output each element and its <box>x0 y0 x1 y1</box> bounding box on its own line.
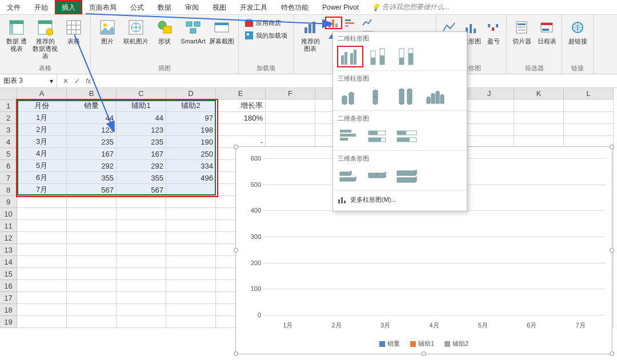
bar-chart-button[interactable] <box>343 17 359 29</box>
ribbon-tab-开发工具[interactable]: 开发工具 <box>233 0 274 14</box>
3d-stacked100-bar-option[interactable] <box>395 166 420 187</box>
cell[interactable]: 198 <box>166 124 216 136</box>
ribbon-tab-审阅[interactable]: 审阅 <box>178 0 206 14</box>
cell[interactable] <box>166 220 216 232</box>
cell[interactable] <box>67 304 117 316</box>
row-header[interactable]: 16 <box>0 280 17 292</box>
cell[interactable]: 167 <box>117 148 166 160</box>
ribbon-tab-开始[interactable]: 开始 <box>27 0 55 14</box>
cell[interactable]: 辅助1 <box>117 100 166 112</box>
recommended-charts-button[interactable]: 推荐的 图表 <box>297 17 323 53</box>
ribbon-tab-Power Pivot[interactable]: Power Pivot <box>315 0 366 14</box>
cell[interactable]: 月份 <box>17 100 67 112</box>
cell[interactable] <box>17 196 67 208</box>
stacked-bar-option[interactable] <box>366 126 391 147</box>
3d-column-option[interactable] <box>423 86 448 107</box>
ribbon-tab-特色功能[interactable]: 特色功能 <box>274 0 315 14</box>
cell[interactable] <box>67 196 117 208</box>
cell[interactable]: 355 <box>117 172 166 184</box>
cell[interactable]: 123 <box>117 124 166 136</box>
cell[interactable] <box>216 124 266 136</box>
cell[interactable] <box>67 220 117 232</box>
cell[interactable] <box>67 232 117 244</box>
cell[interactable] <box>67 268 117 280</box>
cell[interactable]: 2月 <box>17 124 67 136</box>
recommended-pivot-button[interactable]: 推荐的 数据透视表 <box>32 17 58 60</box>
stacked100-bar-option[interactable] <box>395 126 420 147</box>
accept-icon[interactable]: ✓ <box>74 77 80 85</box>
smartart-button[interactable]: SmartArt <box>180 17 206 45</box>
online-picture-button[interactable]: 联机图片 <box>123 17 149 45</box>
cell[interactable] <box>166 232 216 244</box>
row-header[interactable]: 2 <box>0 112 17 124</box>
name-box[interactable]: 图表 3▾ <box>0 74 57 87</box>
sparkline-winloss-button[interactable]: 盈亏 <box>484 17 503 45</box>
cell[interactable] <box>17 220 67 232</box>
3d-stacked-bar-option[interactable] <box>366 166 391 187</box>
row-header[interactable]: 8 <box>0 184 17 196</box>
cancel-icon[interactable]: ✕ <box>63 77 69 85</box>
row-header[interactable]: 14 <box>0 256 17 268</box>
cell[interactable] <box>166 256 216 268</box>
3d-clustered-column-option[interactable] <box>338 86 363 107</box>
cell[interactable]: 235 <box>117 136 166 148</box>
cell[interactable]: 292 <box>117 160 166 172</box>
cell[interactable] <box>166 268 216 280</box>
cell[interactable] <box>514 124 564 136</box>
column-header[interactable]: A <box>17 88 67 99</box>
3d-clustered-bar-option[interactable] <box>338 166 363 187</box>
cell[interactable]: 167 <box>67 148 117 160</box>
cell[interactable] <box>117 232 166 244</box>
column-header[interactable]: K <box>514 88 564 99</box>
cell[interactable]: 增长率 <box>216 100 266 112</box>
cell[interactable]: 567 <box>67 184 117 196</box>
row-header[interactable]: 5 <box>0 148 17 160</box>
cell[interactable] <box>266 124 315 136</box>
screenshot-button[interactable]: 屏幕截图 <box>209 17 235 45</box>
cell[interactable] <box>67 208 117 220</box>
cell[interactable] <box>266 112 315 124</box>
clustered-bar-option[interactable] <box>338 126 363 147</box>
row-header[interactable]: 13 <box>0 244 17 256</box>
resize-handle[interactable] <box>234 248 238 253</box>
cell[interactable] <box>117 256 166 268</box>
my-addins-button[interactable]: 我的加载项 <box>242 30 290 41</box>
ribbon-tab-数据[interactable]: 数据 <box>151 0 178 14</box>
row-header[interactable]: 4 <box>0 136 17 148</box>
cell[interactable] <box>67 280 117 292</box>
cell[interactable] <box>514 112 564 124</box>
stacked100-column-option[interactable] <box>395 46 420 67</box>
cell[interactable]: 250 <box>166 148 216 160</box>
cell[interactable] <box>166 316 216 328</box>
stacked-column-option[interactable] <box>366 46 391 67</box>
column-header[interactable]: J <box>464 88 514 99</box>
resize-handle[interactable] <box>234 351 238 356</box>
hyperlink-button[interactable]: 超链接 <box>566 17 590 45</box>
cell[interactable]: 334 <box>166 160 216 172</box>
cell[interactable] <box>166 304 216 316</box>
cell[interactable] <box>464 112 514 124</box>
cell[interactable] <box>117 208 166 220</box>
cell[interactable]: 567 <box>117 184 166 196</box>
cell[interactable] <box>117 316 166 328</box>
cell[interactable] <box>17 292 67 304</box>
select-all-corner[interactable] <box>0 88 17 100</box>
cell[interactable]: 4月 <box>17 148 67 160</box>
ribbon-tab-插入[interactable]: 插入 <box>55 0 82 14</box>
cell[interactable] <box>117 304 166 316</box>
cell[interactable]: 292 <box>67 160 117 172</box>
row-header[interactable]: 7 <box>0 172 17 184</box>
cell[interactable]: 7月 <box>17 184 67 196</box>
cell[interactable]: 235 <box>67 136 117 148</box>
column-header[interactable]: E <box>216 88 266 99</box>
cell[interactable] <box>166 208 216 220</box>
resize-handle[interactable] <box>610 145 614 149</box>
ribbon-tab-页面布局[interactable]: 页面布局 <box>82 0 123 14</box>
line-chart-button[interactable] <box>360 17 376 29</box>
resize-handle[interactable] <box>422 351 426 356</box>
cell[interactable]: 123 <box>67 124 117 136</box>
cell[interactable] <box>17 232 67 244</box>
cell[interactable] <box>67 292 117 304</box>
cell[interactable] <box>17 316 67 328</box>
row-header[interactable]: 11 <box>0 220 17 232</box>
